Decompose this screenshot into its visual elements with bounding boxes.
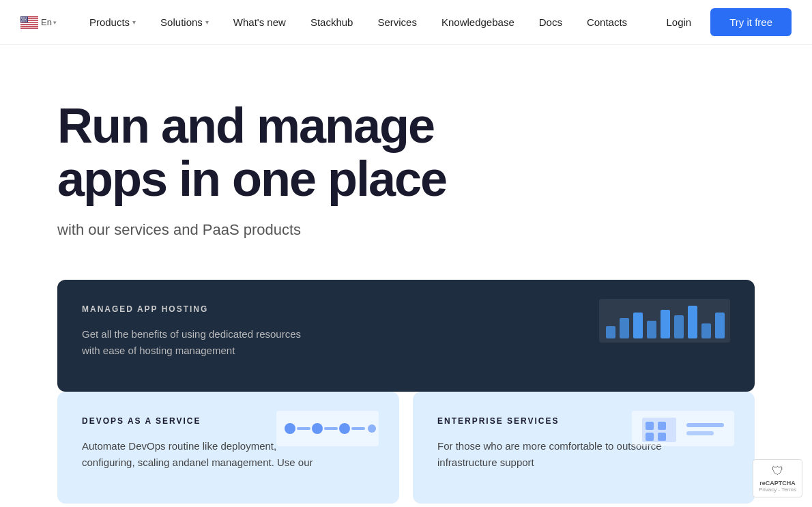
recaptcha-badge: 🛡 reCAPTCHA Privacy - Terms [753, 459, 802, 497]
svg-point-20 [23, 18, 24, 18]
chevron-down-icon: ▾ [132, 18, 136, 26]
chevron-down-icon: ▾ [205, 18, 209, 26]
nav-item-docs[interactable]: Docs [527, 0, 575, 45]
cards-section: MANAGED APP HOSTING Get all the benefits… [0, 280, 812, 508]
svg-rect-67 [686, 423, 724, 427]
flag-icon [20, 16, 38, 29]
svg-point-9 [23, 16, 23, 17]
svg-rect-47 [647, 321, 656, 338]
svg-rect-46 [633, 313, 643, 338]
hero-section: Run and manage apps in one place with ou… [0, 45, 812, 280]
svg-rect-65 [646, 433, 654, 441]
svg-point-24 [23, 19, 24, 20]
svg-point-15 [24, 17, 25, 18]
svg-point-31 [25, 20, 25, 20]
svg-point-17 [27, 17, 27, 18]
svg-point-34 [23, 20, 24, 21]
card-desc-managed: Get all the benefits of using dedicated … [82, 326, 314, 359]
hero-title: Run and manage apps in one place [57, 100, 508, 206]
lang-chevron: ▾ [53, 19, 57, 26]
svg-point-39 [23, 21, 23, 22]
svg-point-26 [25, 19, 26, 20]
svg-point-13 [22, 17, 23, 18]
nav-item-contacts[interactable]: Contacts [575, 0, 639, 45]
svg-rect-4 [20, 23, 38, 23]
svg-rect-45 [620, 318, 629, 338]
svg-point-36 [25, 20, 26, 21]
svg-point-54 [285, 423, 295, 434]
svg-point-10 [23, 16, 24, 17]
card-enterprise: ENTERPRISE SERVICES For those who are mo… [413, 392, 755, 504]
svg-point-27 [27, 19, 27, 20]
card-image-managed [599, 299, 730, 343]
logo[interactable]: En ▾ [20, 16, 57, 29]
svg-point-58 [339, 423, 350, 434]
nav-item-services[interactable]: Services [365, 0, 429, 45]
svg-point-30 [23, 20, 24, 20]
svg-point-38 [21, 21, 22, 22]
svg-rect-68 [686, 431, 714, 435]
svg-rect-64 [658, 422, 666, 430]
card-managed-app-hosting: MANAGED APP HOSTING Get all the benefits… [57, 280, 755, 392]
svg-rect-59 [351, 427, 365, 430]
svg-point-22 [26, 18, 27, 18]
svg-point-14 [23, 17, 24, 18]
svg-point-42 [26, 21, 27, 22]
svg-rect-55 [297, 427, 310, 430]
svg-point-16 [25, 17, 26, 18]
svg-point-12 [26, 16, 27, 17]
svg-point-21 [25, 18, 25, 18]
card-devops: DEVOPS AS A SERVICE Automate DevOps rout… [57, 392, 399, 504]
nav-item-knowledgebase[interactable]: Knowledgebase [429, 0, 527, 45]
svg-point-41 [25, 21, 25, 22]
svg-rect-57 [324, 427, 338, 430]
svg-rect-50 [688, 306, 697, 338]
login-button[interactable]: Login [658, 11, 700, 33]
nav-item-solutions[interactable]: Solutions ▾ [148, 0, 221, 45]
svg-rect-6 [20, 27, 38, 27]
svg-point-33 [22, 20, 23, 21]
svg-point-23 [22, 19, 23, 20]
svg-point-19 [23, 18, 23, 18]
nav-item-stackhub[interactable]: Stackhub [298, 0, 366, 45]
card-image-devops [276, 411, 379, 446]
nav-right: Login Try it free [658, 8, 792, 36]
svg-point-60 [368, 424, 376, 433]
svg-point-28 [21, 20, 22, 20]
svg-point-56 [312, 423, 323, 434]
svg-rect-48 [661, 310, 670, 338]
svg-point-25 [24, 19, 25, 20]
recaptcha-label: reCAPTCHA [759, 480, 796, 487]
nav-item-whats-new[interactable]: What's new [221, 0, 298, 45]
svg-point-40 [23, 21, 24, 22]
svg-rect-44 [606, 326, 615, 338]
recaptcha-icon: 🛡 [772, 464, 784, 478]
svg-point-35 [24, 20, 25, 21]
svg-point-11 [25, 16, 25, 17]
svg-rect-66 [658, 433, 666, 441]
svg-rect-5 [20, 25, 38, 25]
lang-label: En [41, 17, 52, 27]
svg-rect-51 [701, 323, 711, 338]
svg-rect-49 [674, 315, 684, 338]
svg-point-29 [23, 20, 23, 20]
cards-bottom-row: DEVOPS AS A SERVICE Automate DevOps rout… [57, 392, 755, 504]
svg-rect-63 [646, 422, 654, 430]
svg-point-32 [26, 20, 27, 20]
hero-subtitle: with our services and PaaS products [57, 221, 755, 239]
card-image-enterprise [632, 411, 734, 446]
svg-point-37 [27, 20, 27, 21]
svg-point-8 [21, 16, 22, 17]
navbar: En ▾ Products ▾ Solutions ▾ What's new S… [0, 0, 812, 45]
svg-point-18 [21, 18, 22, 18]
try-free-button[interactable]: Try it free [710, 8, 792, 36]
nav-links: Products ▾ Solutions ▾ What's new Stackh… [77, 0, 658, 45]
nav-item-products[interactable]: Products ▾ [77, 0, 148, 45]
recaptcha-subtext: Privacy - Terms [759, 487, 796, 493]
svg-rect-52 [715, 313, 725, 338]
